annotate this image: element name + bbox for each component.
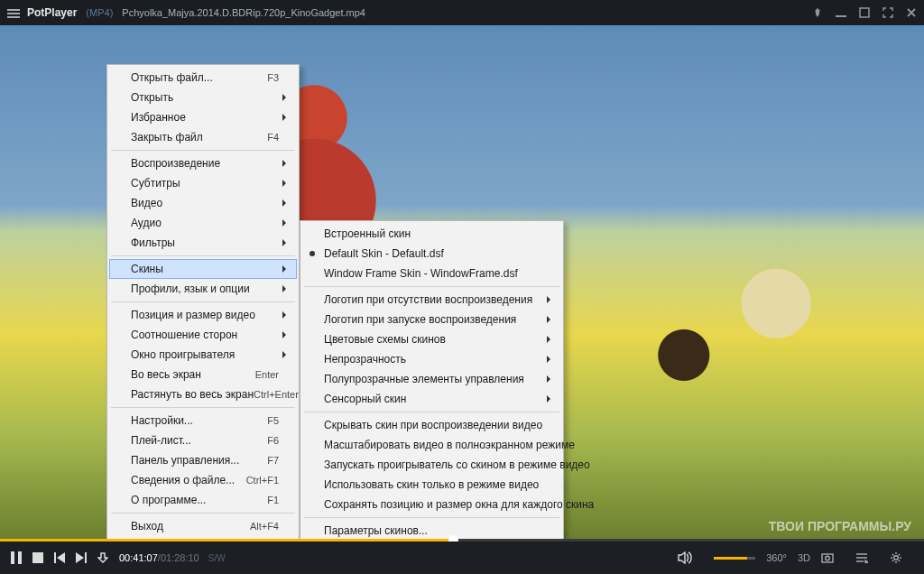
menu-item[interactable]: Воспроизведение — [109, 153, 297, 173]
menu-item-label: Сенсорный скин — [324, 393, 543, 405]
fullscreen-icon[interactable] — [882, 7, 893, 18]
menu-item-shortcut: F7 — [267, 455, 279, 466]
menu-separator — [304, 412, 559, 412]
menu-item[interactable]: Закрыть файлF4 — [109, 127, 297, 147]
pause-button[interactable] — [11, 551, 22, 564]
menu-item-shortcut: Alt+F4 — [250, 521, 279, 532]
menu-item[interactable]: Логотип при запуске воспроизведения — [302, 310, 561, 329]
radio-dot-icon — [310, 251, 315, 256]
menu-item-shortcut: F4 — [267, 132, 279, 143]
menu-separator — [304, 517, 559, 518]
menu-item[interactable]: Фильтры — [109, 233, 297, 253]
stop-button[interactable] — [32, 552, 43, 563]
3d-button[interactable]: 3D — [798, 552, 810, 563]
menu-separator — [111, 407, 295, 408]
app-name: PotPlayer — [27, 6, 77, 19]
menu-item-label: Открыть файл... — [131, 71, 267, 84]
menu-item[interactable]: Полупрозрачные элементы управления — [302, 369, 561, 389]
context-menu-skins: Встроенный скинDefault Skin - Default.ds… — [300, 220, 564, 541]
360-button[interactable]: 360° — [766, 552, 787, 563]
hamburger-icon[interactable] — [7, 7, 20, 18]
menu-item-label: Цветовые схемы скинов — [324, 333, 543, 346]
close-icon[interactable] — [906, 7, 917, 18]
time-current: 00:41:07 — [119, 552, 158, 563]
menu-item[interactable]: Избранное — [109, 107, 297, 127]
menu-item-label: Сохранять позицию и размер окна для кажд… — [324, 498, 594, 511]
svg-rect-4 — [32, 552, 43, 563]
menu-item[interactable]: Окно проигрывателя — [109, 345, 297, 365]
menu-item-label: Фильтры — [131, 236, 279, 249]
menu-item-label: Скрывать скин при воспроизведении видео — [324, 419, 543, 431]
menu-item[interactable]: Цветовые схемы скинов — [302, 329, 561, 349]
menu-separator — [111, 255, 295, 256]
renderer-mode-label[interactable]: S/W — [208, 553, 226, 563]
menu-item[interactable]: Открыть — [109, 88, 297, 107]
menu-item[interactable]: Во весь экранEnter — [109, 365, 297, 384]
menu-item[interactable]: Панель управления...F7 — [109, 450, 297, 470]
menu-item[interactable]: Непрозрачность — [302, 349, 561, 369]
menu-item[interactable]: Использовать скин только в режиме видео — [302, 475, 561, 495]
pin-icon[interactable] — [812, 7, 823, 18]
menu-item[interactable]: Встроенный скин — [302, 224, 561, 244]
menu-item[interactable]: Открыть файл...F3 — [109, 68, 297, 88]
menu-item[interactable]: Масштабировать видео в полноэкранном реж… — [302, 435, 561, 455]
menu-item[interactable]: Запускать проигрыватель со скином в режи… — [302, 455, 561, 475]
watermark: ТВОИ ПРОГРАММЫ.РУ — [769, 519, 911, 533]
menu-item[interactable]: Сохранять позицию и размер окна для кажд… — [302, 495, 561, 514]
titlebar: PotPlayer (MP4) Pchyolka_Majya.2014.D.BD… — [0, 0, 924, 25]
settings-icon[interactable] — [890, 551, 902, 564]
volume-icon[interactable] — [678, 551, 692, 564]
menu-item-label: Использовать скин только в режиме видео — [324, 478, 543, 491]
volume-slider[interactable] — [714, 557, 755, 560]
menu-separator — [111, 513, 295, 514]
menu-separator — [111, 150, 295, 151]
menu-separator — [304, 286, 559, 287]
menu-item-label: Позиция и размер видео — [131, 309, 279, 321]
menu-item-label: Плей-лист... — [131, 434, 267, 447]
prev-button[interactable] — [54, 552, 65, 563]
menu-item[interactable]: Скины — [109, 259, 297, 279]
menu-item-label: Логотип при запуске воспроизведения — [324, 313, 543, 326]
menu-item[interactable]: Субтитры — [109, 173, 297, 193]
menu-item[interactable]: Сенсорный скин — [302, 389, 561, 409]
menu-item[interactable]: Плей-лист...F6 — [109, 430, 297, 450]
menu-item[interactable]: Аудио — [109, 213, 297, 233]
next-button[interactable] — [76, 552, 87, 563]
menu-item-label: Скины — [131, 263, 279, 275]
menu-item[interactable]: Видео — [109, 193, 297, 213]
menu-item[interactable]: О программе...F1 — [109, 490, 297, 510]
menu-item[interactable]: Window Frame Skin - WindowFrame.dsf — [302, 264, 561, 283]
menu-item[interactable]: Позиция и размер видео — [109, 305, 297, 325]
open-button[interactable] — [97, 552, 108, 563]
menu-item-shortcut: F5 — [267, 415, 279, 426]
menu-item[interactable]: Сведения о файле...Ctrl+F1 — [109, 470, 297, 490]
menu-item-shortcut: F6 — [267, 435, 279, 446]
menu-item[interactable]: Профили, язык и опции — [109, 279, 297, 299]
screenshot-icon[interactable] — [821, 552, 834, 563]
menu-item[interactable]: ВыходAlt+F4 — [109, 516, 297, 536]
video-canvas[interactable]: ТВОИ ПРОГРАММЫ.РУ Открыть файл...F3Откры… — [0, 25, 924, 541]
menu-item[interactable]: Настройки...F5 — [109, 411, 297, 430]
maximize-icon[interactable] — [859, 7, 870, 18]
menu-item-label: Панель управления... — [131, 454, 267, 467]
svg-rect-2 — [11, 551, 14, 564]
menu-item-label: Во весь экран — [131, 368, 255, 381]
menu-item[interactable]: Логотип при отсутствии воспроизведения — [302, 290, 561, 310]
menu-item-label: Соотношение сторон — [131, 329, 279, 341]
minimize-icon[interactable] — [836, 7, 846, 18]
menu-item[interactable]: Растянуть во весь экранCtrl+Enter — [109, 384, 297, 404]
menu-item-label: Непрозрачность — [324, 353, 543, 366]
menu-item[interactable]: Параметры скинов... — [302, 521, 561, 541]
playlist-icon[interactable] — [855, 552, 868, 563]
menu-item-label: Встроенный скин — [324, 227, 543, 240]
menu-item[interactable]: Скрывать скин при воспроизведении видео — [302, 415, 561, 435]
menu-item-shortcut: Ctrl+Enter — [254, 389, 299, 400]
window-controls — [812, 7, 917, 18]
menu-item-label: Видео — [131, 197, 279, 209]
svg-rect-3 — [18, 551, 22, 564]
menu-item-label: Открыть — [131, 91, 279, 104]
filename: Pchyolka_Majya.2014.D.BDRip.720p_KinoGad… — [122, 7, 365, 18]
menu-item-label: Выход — [131, 520, 250, 532]
menu-item[interactable]: Соотношение сторон — [109, 325, 297, 345]
menu-item[interactable]: Default Skin - Default.dsf — [302, 244, 561, 264]
